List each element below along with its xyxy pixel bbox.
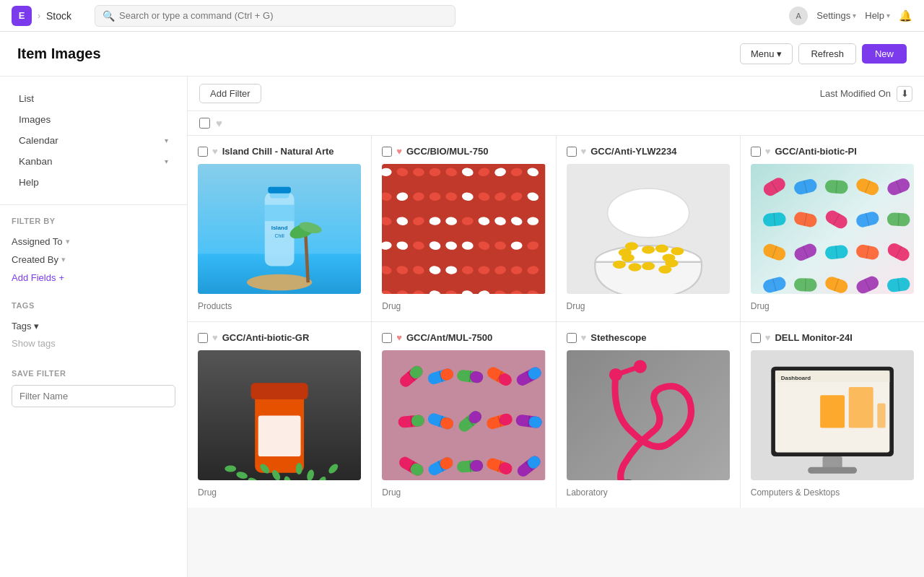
card-header: ♥ GCC/Anti-biotic-GR (198, 332, 361, 343)
card-image (382, 350, 545, 480)
bulk-heart-icon[interactable]: ♥ (216, 117, 222, 129)
header-actions: Menu ▾ Refresh New (740, 43, 907, 64)
sidebar-item-calendar[interactable]: Calendar ▾ (12, 130, 175, 151)
card-image (567, 350, 730, 480)
settings-menu[interactable]: Settings ▾ (816, 10, 856, 21)
svg-rect-5 (268, 187, 291, 194)
svg-point-84 (642, 246, 655, 253)
sidebar-item-kanban[interactable]: Kanban ▾ (12, 151, 175, 172)
item-card[interactable]: ♥ GCC/Ant/MUL-7500 (372, 322, 555, 508)
card-checkbox[interactable] (567, 333, 577, 343)
global-search[interactable]: 🔍 (95, 5, 456, 27)
kanban-arrow-icon: ▾ (165, 157, 168, 165)
menu-button[interactable]: Menu ▾ (740, 43, 793, 64)
item-card[interactable]: ♥ Stethescope Laboratory (557, 322, 740, 508)
card-checkbox[interactable] (382, 147, 392, 157)
card-image (567, 164, 730, 294)
add-fields-plus-icon: + (58, 272, 64, 283)
card-category: Drug (567, 301, 730, 311)
svg-rect-132 (258, 416, 301, 457)
card-heart-icon[interactable]: ♥ (765, 146, 771, 157)
card-category: Computers & Desktops (751, 487, 914, 498)
svg-text:Island: Island (271, 225, 288, 231)
main-layout: List Images Calendar ▾ Kanban ▾ Help FIL… (0, 77, 924, 577)
filter-name-input[interactable] (12, 385, 175, 407)
card-category: Drug (382, 487, 545, 498)
sort-down-icon: ⬇ (901, 88, 909, 99)
item-card[interactable]: ♥ Island Chill - Natural Arte (188, 136, 371, 321)
card-heart-icon[interactable]: ♥ (396, 146, 402, 157)
item-card[interactable]: ♥ GCC/Anti-biotic-GR Drug (188, 322, 371, 508)
card-heart-icon[interactable]: ♥ (581, 146, 587, 157)
show-tags-link[interactable]: Show tags (12, 335, 175, 352)
notifications-icon[interactable]: 🔔 (899, 9, 912, 22)
assigned-to-filter[interactable]: Assigned To ▾ (12, 233, 175, 251)
card-image (751, 164, 914, 294)
svg-point-80 (612, 261, 625, 269)
filter-bar: Add Filter Last Modified On ⬇ (188, 77, 924, 111)
search-input[interactable] (119, 10, 448, 21)
card-heart-icon[interactable]: ♥ (765, 332, 771, 343)
sidebar: List Images Calendar ▾ Kanban ▾ Help FIL… (0, 77, 188, 577)
card-image: Island Chill (198, 164, 361, 294)
item-card[interactable]: ♥ GCC/Anti-YLW2234 Drug (557, 136, 740, 321)
add-filter-button[interactable]: Add Filter (199, 84, 261, 103)
item-card[interactable]: ♥ DELL Monitor-24I Dashboard Computers &… (741, 322, 924, 508)
card-heart-icon[interactable]: ♥ (396, 332, 402, 343)
card-checkbox[interactable] (198, 147, 208, 157)
breadcrumb-separator: › (38, 11, 40, 21)
menu-arrow-icon: ▾ (777, 48, 782, 59)
card-title: GCC/Anti-biotic-PI (775, 146, 914, 157)
card-category: Drug (382, 301, 545, 311)
svg-rect-203 (822, 456, 842, 469)
card-image (198, 350, 361, 480)
add-fields-button[interactable]: Add Fields + (12, 269, 175, 287)
sidebar-item-help[interactable]: Help (12, 172, 175, 193)
tags-section: TAGS Tags ▾ Show tags (0, 292, 187, 357)
card-heart-icon[interactable]: ♥ (581, 332, 587, 343)
card-heart-icon[interactable]: ♥ (212, 332, 218, 343)
nav-right-actions: A Settings ▾ Help ▾ 🔔 (789, 6, 912, 25)
card-category: Drug (198, 487, 361, 498)
refresh-button[interactable]: Refresh (798, 43, 856, 64)
card-checkbox[interactable] (567, 147, 577, 157)
avatar[interactable]: A (789, 6, 808, 25)
card-header: ♥ DELL Monitor-24I (751, 332, 914, 343)
new-button[interactable]: New (862, 44, 907, 64)
sidebar-item-list[interactable]: List (12, 88, 175, 109)
breadcrumb-stock: Stock (46, 10, 71, 22)
card-checkbox[interactable] (198, 333, 208, 343)
svg-text:Dashboard: Dashboard (781, 375, 811, 381)
sidebar-item-images[interactable]: Images (12, 109, 175, 130)
svg-rect-189 (567, 350, 730, 480)
tags-filter[interactable]: Tags ▾ (12, 317, 175, 335)
sort-direction-button[interactable]: ⬇ (897, 86, 912, 102)
card-title: GCC/Anti-biotic-GR (222, 332, 362, 343)
card-checkbox[interactable] (751, 333, 761, 343)
sort-label: Last Modified On (820, 88, 891, 99)
item-card[interactable]: ♥ GCC/BIO/MUL-750 Drug (372, 136, 555, 321)
item-card[interactable]: ♥ GCC/Anti-biotic-PI (741, 136, 924, 321)
card-header: ♥ Island Chill - Natural Arte (198, 146, 361, 157)
card-checkbox[interactable] (751, 147, 761, 157)
top-navigation: E › Stock 🔍 A Settings ▾ Help ▾ 🔔 (0, 0, 924, 32)
created-by-filter[interactable]: Created By ▾ (12, 251, 175, 269)
help-menu[interactable]: Help ▾ (865, 10, 890, 21)
select-all-checkbox[interactable] (199, 118, 210, 129)
card-title: Stethescope (590, 332, 730, 343)
card-header: ♥ GCC/BIO/MUL-750 (382, 146, 545, 157)
card-image: Dashboard (751, 350, 914, 480)
svg-point-139 (296, 463, 302, 474)
card-header: ♥ GCC/Anti-biotic-PI (751, 146, 914, 157)
svg-point-77 (658, 266, 671, 274)
select-all-bar: ♥ (188, 111, 924, 136)
card-heart-icon[interactable]: ♥ (212, 146, 218, 157)
card-checkbox[interactable] (382, 333, 392, 343)
page-header: Item Images Menu ▾ Refresh New (0, 32, 924, 77)
main-content: Add Filter Last Modified On ⬇ ♥ ♥ Island… (188, 77, 924, 577)
save-filter-section: SAVE FILTER (0, 357, 187, 419)
card-category: Laboratory (567, 487, 730, 498)
card-header: ♥ GCC/Anti-YLW2234 (567, 146, 730, 157)
svg-rect-202 (877, 404, 885, 428)
card-title: DELL Monitor-24I (775, 332, 914, 343)
